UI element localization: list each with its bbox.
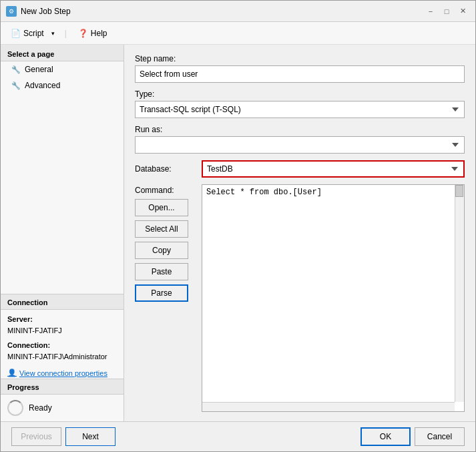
parse-button[interactable]: Parse bbox=[135, 284, 188, 302]
bottom-nav: Previous Next OK Cancel bbox=[1, 421, 475, 451]
database-row: Database: TestDB bbox=[135, 160, 465, 178]
database-label: Database: bbox=[135, 164, 195, 174]
step-name-row: Step name: bbox=[135, 54, 465, 83]
toolbar: 📄 Script ▾ | ❓ Help bbox=[1, 22, 475, 45]
select-page-label: Select a page bbox=[1, 45, 124, 61]
progress-section: Progress Ready bbox=[1, 379, 124, 421]
content-area: Select a page 🔧 General 🔧 Advanced Conne… bbox=[1, 45, 475, 421]
main-window: ⚙ New Job Step − □ ✕ 📄 Script ▾ | ❓ Help… bbox=[0, 0, 476, 452]
connection-value: MININT-FJATIFJ\Administrator bbox=[7, 351, 117, 363]
command-textarea[interactable] bbox=[202, 185, 464, 411]
sidebar-item-advanced[interactable]: 🔧 Advanced bbox=[1, 77, 124, 93]
select-all-button[interactable]: Select All bbox=[135, 220, 188, 238]
toolbar-separator: | bbox=[65, 29, 67, 38]
progress-status: Ready bbox=[29, 403, 52, 413]
connection-section: Connection Server: MININT-FJATIFJ Connec… bbox=[1, 294, 124, 379]
nav-btn-group: Previous Next bbox=[11, 427, 115, 446]
main-panel: Step name: Type: Transact-SQL script (T-… bbox=[124, 45, 475, 421]
connection-section-header: Connection bbox=[1, 294, 124, 310]
type-row: Type: Transact-SQL script (T-SQL) bbox=[135, 89, 465, 118]
scrollbar-thumb bbox=[455, 185, 463, 197]
maximize-button[interactable]: □ bbox=[439, 5, 454, 17]
connection-label2: Connection: bbox=[7, 341, 50, 349]
script-label: Script bbox=[23, 29, 44, 38]
command-label-col: Command: Open... Select All Copy Paste P… bbox=[135, 184, 195, 412]
script-button[interactable]: 📄 Script bbox=[6, 27, 49, 40]
ok-button[interactable]: OK bbox=[361, 427, 411, 446]
command-label: Command: bbox=[135, 184, 195, 195]
copy-button[interactable]: Copy bbox=[135, 242, 188, 259]
open-button[interactable]: Open... bbox=[135, 199, 188, 216]
general-icon: 🔧 bbox=[11, 65, 21, 74]
run-as-label: Run as: bbox=[135, 125, 465, 134]
connection-link-icon: 👤 bbox=[7, 369, 17, 377]
paste-button[interactable]: Paste bbox=[135, 263, 188, 280]
horizontal-scrollbar[interactable] bbox=[202, 402, 455, 411]
sidebar-item-general[interactable]: 🔧 General bbox=[1, 61, 124, 77]
step-name-label: Step name: bbox=[135, 54, 465, 63]
connection-info: Server: MININT-FJATIFJ Connection: MININ… bbox=[1, 310, 124, 367]
next-button[interactable]: Next bbox=[65, 427, 115, 446]
sidebar-item-advanced-label: Advanced bbox=[25, 81, 60, 90]
sidebar-item-general-label: General bbox=[25, 65, 53, 74]
type-label: Type: bbox=[135, 89, 465, 99]
window-title: New Job Step bbox=[21, 7, 71, 16]
close-button[interactable]: ✕ bbox=[455, 5, 470, 17]
view-connection-link[interactable]: 👤 View connection properties bbox=[1, 367, 124, 379]
run-as-row: Run as: bbox=[135, 125, 465, 154]
command-area: Command: Open... Select All Copy Paste P… bbox=[135, 184, 465, 412]
step-name-input[interactable] bbox=[135, 65, 465, 83]
progress-header: Progress bbox=[1, 379, 124, 395]
advanced-icon: 🔧 bbox=[11, 81, 21, 90]
previous-button[interactable]: Previous bbox=[11, 427, 61, 446]
help-label: Help bbox=[91, 29, 107, 38]
footer-btns: OK Cancel bbox=[361, 427, 465, 446]
sidebar: Select a page 🔧 General 🔧 Advanced Conne… bbox=[1, 45, 124, 421]
script-dropdown[interactable]: 📄 Script ▾ bbox=[6, 26, 58, 41]
database-select[interactable]: TestDB bbox=[202, 160, 465, 178]
minimize-button[interactable]: − bbox=[423, 5, 438, 17]
progress-content: Ready bbox=[1, 395, 124, 421]
title-bar: ⚙ New Job Step − □ ✕ bbox=[1, 1, 475, 22]
script-dropdown-arrow[interactable]: ▾ bbox=[49, 26, 58, 41]
progress-spinner bbox=[7, 400, 23, 416]
help-button[interactable]: ❓ Help bbox=[73, 27, 112, 40]
server-label: Server: bbox=[7, 315, 33, 323]
window-icon: ⚙ bbox=[6, 6, 17, 17]
run-as-select[interactable] bbox=[135, 136, 465, 154]
view-connection-label: View connection properties bbox=[19, 369, 107, 377]
cancel-button[interactable]: Cancel bbox=[415, 427, 465, 446]
database-select-wrapper: TestDB bbox=[202, 160, 465, 178]
vertical-scrollbar[interactable] bbox=[455, 185, 464, 402]
type-select[interactable]: Transact-SQL script (T-SQL) bbox=[135, 101, 465, 118]
script-icon: 📄 bbox=[11, 29, 21, 38]
help-icon: ❓ bbox=[78, 29, 88, 38]
server-value: MININT-FJATIFJ bbox=[7, 325, 117, 337]
command-textarea-wrapper bbox=[202, 184, 465, 412]
